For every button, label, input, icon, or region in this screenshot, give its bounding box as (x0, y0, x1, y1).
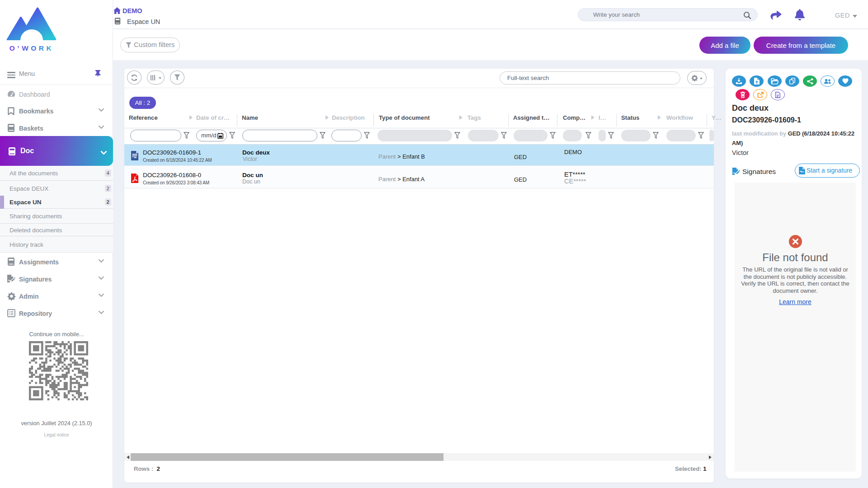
svg-text:w: w (133, 155, 137, 159)
svg-text:O’WORK: O’WORK (9, 44, 54, 52)
